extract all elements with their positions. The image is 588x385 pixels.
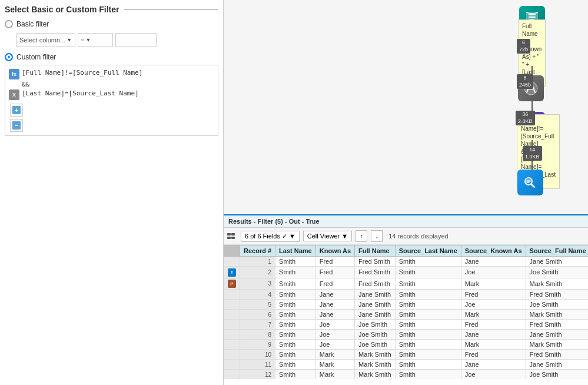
full-name: Mark Smith xyxy=(355,370,396,380)
table-row: 7SmithJoeJoe SmithSmithFredFred Smith xyxy=(224,320,589,330)
operator-select[interactable]: = ▼ xyxy=(78,33,113,47)
full-name: Mark Smith xyxy=(355,360,396,370)
known-as: Fred xyxy=(315,278,354,290)
known-as: Joe xyxy=(315,340,354,350)
col-header-fullname[interactable]: Full Name xyxy=(355,245,396,257)
record-num: 2 xyxy=(240,267,275,278)
fields-chevron-icon: ▼ xyxy=(289,233,295,240)
row-indicator xyxy=(224,350,240,360)
results-table-container: Record # Last Name Known As Full Name So… xyxy=(224,245,588,379)
col-header-num[interactable]: Record # xyxy=(240,245,275,257)
src-last-name: Smith xyxy=(395,278,461,290)
operator-value: = xyxy=(81,36,84,44)
last-name: Smith xyxy=(275,290,316,300)
src-full-name: Jane Smith xyxy=(526,330,588,340)
table-row: 1SmithFredFred SmithSmithJaneJane Smith xyxy=(224,257,589,267)
variable-icon: X xyxy=(9,89,19,100)
sort-asc-button[interactable]: ↑ xyxy=(356,230,367,242)
full-name: Fred Smith xyxy=(355,257,396,267)
column-chevron-icon: ▼ xyxy=(67,37,72,43)
fields-label: 6 of 6 Fields xyxy=(245,233,280,240)
basic-filter-radio[interactable] xyxy=(5,20,13,28)
formula-badge: 6246b xyxy=(517,74,533,89)
svg-text:−: − xyxy=(15,122,18,129)
full-name: Mark Smith xyxy=(355,350,396,360)
custom-filter-box: fx [Full Name]!=[Source_Full Name] && X … xyxy=(5,65,218,136)
src-full-name: Joe Smith xyxy=(526,300,588,310)
src-known-as: Jane xyxy=(461,257,526,267)
formula-icon: fx xyxy=(9,69,19,79)
delete-condition-button[interactable]: − xyxy=(10,119,23,132)
formula-node-wrapper: 6246b xyxy=(518,75,544,101)
row-indicator xyxy=(224,330,240,340)
known-as: Mark xyxy=(315,350,354,360)
src-known-as: Jane xyxy=(461,330,526,340)
src-known-as: Joe xyxy=(461,370,526,380)
grid-icon xyxy=(227,233,231,235)
src-full-name: Jane Smith xyxy=(526,360,588,370)
canvas-area: 672b Full Name = [Known As] + " " + [Las… xyxy=(224,0,588,214)
known-as: Jane xyxy=(315,290,354,300)
sort-desc-button[interactable]: ↓ xyxy=(371,230,383,242)
results-table: Record # Last Name Known As Full Name So… xyxy=(224,245,588,379)
last-name: Smith xyxy=(275,350,316,360)
column-select[interactable]: Select column... ▼ xyxy=(16,33,75,47)
src-full-name: Joe Smith xyxy=(526,370,588,380)
left-panel: Select Basic or Custom Filter Basic filt… xyxy=(0,0,224,385)
records-label: 14 records displayed xyxy=(388,233,449,240)
table-header-row: Record # Last Name Known As Full Name So… xyxy=(224,245,589,257)
record-num: 4 xyxy=(240,290,275,300)
last-name: Smith xyxy=(275,257,316,267)
filter-true-node: 141.0KB T xyxy=(524,147,537,160)
viewer-chevron-icon: ▼ xyxy=(341,233,348,240)
known-as: Fred xyxy=(315,267,354,278)
results-panel: Results - Filter (5) - Out - True 6 of 6… xyxy=(224,214,588,385)
viewer-dropdown[interactable]: Cell Viewer ▼ xyxy=(303,231,352,241)
col-header-srcknownas[interactable]: Source_Known As xyxy=(461,245,526,257)
col-header-knownas[interactable]: Known As xyxy=(315,245,354,257)
known-as: Mark xyxy=(315,360,354,370)
src-known-as: Mark xyxy=(461,278,526,290)
add-condition-button[interactable]: + xyxy=(10,104,23,117)
full-name: Joe Smith xyxy=(355,330,396,340)
view-icon-row1 xyxy=(227,233,235,235)
last-name: Smith xyxy=(275,267,316,278)
custom-filter-option[interactable]: Custom filter xyxy=(5,53,218,61)
known-as: Mark xyxy=(315,370,354,380)
grid-icon3 xyxy=(227,237,231,239)
main-container: Select Basic or Custom Filter Basic filt… xyxy=(0,0,588,385)
filter-action-icons: + − xyxy=(10,104,214,132)
value-input[interactable] xyxy=(115,33,157,47)
custom-filter-radio[interactable] xyxy=(5,53,13,61)
results-toolbar: 6 of 6 Fields ✓ ▼ Cell Viewer ▼ ↑ ↓ 14 r… xyxy=(224,228,588,245)
src-last-name: Smith xyxy=(395,310,461,320)
col-header-srclastname[interactable]: Source_Last Name xyxy=(395,245,461,257)
right-panel: 672b Full Name = [Known As] + " " + [Las… xyxy=(224,0,588,385)
col-header-srcfullname[interactable]: Source_Full Name xyxy=(526,245,588,257)
record-num: 6 xyxy=(240,310,275,320)
browse-icon[interactable] xyxy=(517,170,543,195)
src-full-name: Fred Smith xyxy=(526,320,588,330)
row-indicator xyxy=(224,290,240,300)
table-row: 5SmithJaneJane SmithSmithJoeJoe Smith xyxy=(224,300,589,310)
viewer-label: Cell Viewer xyxy=(307,233,340,240)
grid-icon2 xyxy=(231,233,235,235)
src-known-as: Jane xyxy=(461,360,526,370)
view-icons xyxy=(227,233,235,239)
basic-filter-row: Select column... ▼ = ▼ xyxy=(16,33,218,47)
last-name: Smith xyxy=(275,340,316,350)
browse-node xyxy=(517,170,543,195)
basic-filter-label: Basic filter xyxy=(16,20,49,28)
results-header: Results - Filter (5) - Out - True xyxy=(224,215,588,228)
basic-filter-option[interactable]: Basic filter xyxy=(5,20,218,28)
record-num: 11 xyxy=(240,360,275,370)
src-last-name: Smith xyxy=(395,320,461,330)
col-header-lastname[interactable]: Last Name xyxy=(275,245,316,257)
src-known-as: Fred xyxy=(461,350,526,360)
join-badge: 672b xyxy=(517,39,530,54)
filter-line-and: && xyxy=(9,81,214,88)
fields-dropdown[interactable]: 6 of 6 Fields ✓ ▼ xyxy=(241,231,300,242)
record-num: 10 xyxy=(240,350,275,360)
last-name: Smith xyxy=(275,330,316,340)
src-last-name: Smith xyxy=(395,330,461,340)
